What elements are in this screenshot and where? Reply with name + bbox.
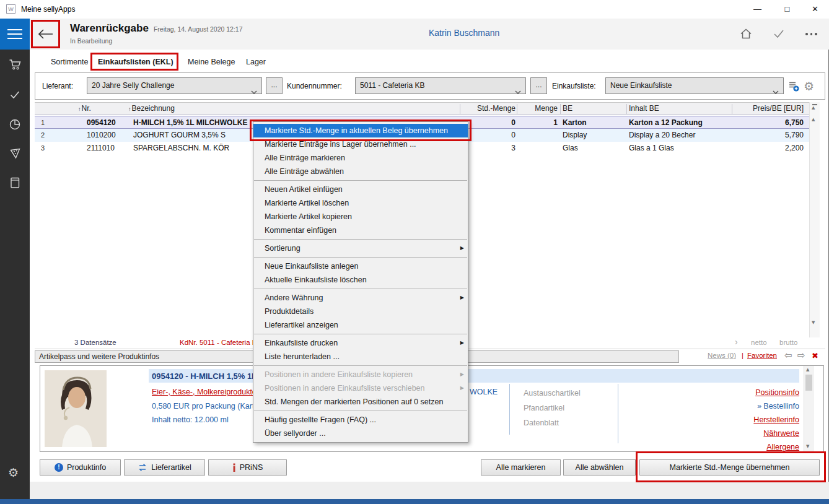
confirm-button[interactable] <box>772 27 786 42</box>
sidebar-item-statistics[interactable] <box>8 117 22 133</box>
menu-item[interactable]: Neue Einkaufsliste anlegen <box>253 259 468 273</box>
scroll-thumb[interactable] <box>805 375 812 391</box>
sidebar-item-catalog[interactable] <box>8 176 22 192</box>
menu-item[interactable]: Neuen Artikel einfügen <box>253 183 468 196</box>
menu-item[interactable]: Alle Einträge abwählen <box>253 165 468 178</box>
menu-item[interactable]: Produktdetails <box>253 305 468 318</box>
uebernehmen-button[interactable]: Markierte Std.-Menge übernehmen <box>639 459 820 476</box>
alle-abwaehlen-button[interactable]: Alle abwählen <box>563 459 636 476</box>
minimize-button[interactable]: — <box>743 0 771 19</box>
swap-icon <box>138 463 147 472</box>
menu-item[interactable]: Std. Mengen der markierten Positionen au… <box>253 395 468 409</box>
menu-item[interactable]: Liste herunterladen ... <box>253 350 468 363</box>
hamburger-menu-button[interactable] <box>0 19 30 50</box>
tab-sortimente[interactable]: Sortimente <box>51 58 88 66</box>
window-title: Meine sellyApps <box>21 5 75 14</box>
menu-item[interactable]: Markierte Einträge ins Lager übernehmen … <box>253 137 468 151</box>
column-header-std-menge[interactable]: Std.-Menge <box>462 104 515 113</box>
menu-item[interactable]: Positionen in andere Einkaufsliste kopie… <box>253 368 468 381</box>
lieferant-more-button[interactable]: ... <box>266 77 283 94</box>
menu-separator <box>254 334 467 334</box>
product-content: Inhalt netto: 12.000 ml <box>152 415 229 424</box>
menu-item[interactable]: Kommentar einfügen <box>253 224 468 237</box>
sidebar-item-food[interactable] <box>8 146 22 162</box>
titlebar: W Meine sellyApps — □ ✕ <box>0 0 829 19</box>
menu-item[interactable]: Sortierung▶ <box>253 241 468 255</box>
tab-lager[interactable]: Lager <box>246 58 266 66</box>
sidebar-item-cart[interactable] <box>8 58 22 74</box>
info-icon: ! <box>55 463 63 472</box>
product-price: 0,580 EUR pro Packung (Karton <box>152 402 263 411</box>
maximize-button[interactable]: □ <box>773 0 801 19</box>
sort-arrow-icon: ↑ <box>128 106 131 112</box>
user-name[interactable]: Katrin Buschmann <box>429 28 499 38</box>
close-button[interactable]: ✕ <box>801 0 829 19</box>
sidebar-settings-button[interactable]: ⚙ <box>8 466 19 479</box>
lieferartikel-button[interactable]: Lieferartikel <box>124 459 205 476</box>
hscroll-right-icon[interactable]: › <box>735 337 738 347</box>
prins-button[interactable]: PRiNS <box>208 459 287 476</box>
close-panel-icon[interactable]: ✖ <box>812 351 818 360</box>
menu-item[interactable]: Markierte Artikel kopieren <box>253 210 468 224</box>
produktinfo-button[interactable]: ! Produktinfo <box>40 459 121 476</box>
menu-item[interactable]: Markierte Std.-Menge in aktuellen Beleg … <box>253 124 468 137</box>
product-info-link[interactable]: Allergene <box>644 440 799 454</box>
table-cell-preis: 6,750 <box>735 116 804 129</box>
product-tab-link[interactable]: Pfandartikel <box>524 401 581 415</box>
column-header-nr[interactable]: ↑Nr. <box>78 104 91 113</box>
category-link[interactable]: Eier-, Käse-, Molkereiprodukte <box>152 388 257 396</box>
prev-arrow-icon[interactable]: ⇦ <box>784 350 792 361</box>
menu-separator <box>254 257 467 258</box>
menu-item[interactable]: Einkaufsliste drucken▶ <box>253 336 468 350</box>
home-icon <box>739 26 753 41</box>
home-button[interactable] <box>739 26 753 43</box>
brutto-toggle[interactable]: brutto <box>779 339 797 346</box>
lieferant-dropdown[interactable]: 20 Jahre Selly Challenge <box>87 77 262 94</box>
column-header-preis[interactable]: Preis/BE [EUR] <box>735 104 804 113</box>
menu-item[interactable]: Aktuelle Einkaufsliste löschen <box>253 273 468 287</box>
footer-strip <box>0 482 829 499</box>
menu-item[interactable]: Lieferartikel anzeigen <box>253 318 468 332</box>
menu-item[interactable]: Häufig gestellte Fragen (FAQ) ... <box>253 413 468 427</box>
table-cell-std: 3 <box>462 142 515 155</box>
product-info-link[interactable]: Positionsinfo <box>644 386 799 399</box>
bottom-bar <box>0 499 829 504</box>
list-settings-button[interactable]: ⚙ <box>804 79 814 93</box>
column-header-be[interactable]: BE <box>563 104 572 113</box>
menu-item[interactable]: Andere Währung▶ <box>253 291 468 305</box>
product-info-link[interactable]: Herstellerinfo <box>644 413 799 427</box>
table-scrollbar[interactable]: ▲ ▲ ▼ <box>809 102 820 337</box>
sidebar-item-tasks[interactable] <box>8 88 22 104</box>
table-cell-preis: 5,790 <box>735 129 804 142</box>
product-info-link[interactable]: Nährwerte <box>644 427 799 440</box>
menu-item[interactable]: Markierte Artikel löschen <box>253 196 468 210</box>
news-link[interactable]: News (0) <box>708 352 736 359</box>
column-header-inhalt-be[interactable]: Inhalt BE <box>629 104 659 113</box>
kundennummer-dropdown[interactable]: 5011 - Cafeteria KB <box>355 77 526 94</box>
einkaufsliste-dropdown[interactable]: Neue Einkaufsliste <box>605 77 784 94</box>
next-arrow-icon[interactable]: ⇨ <box>797 350 805 361</box>
menu-item[interactable]: Über sellyorder ... <box>253 427 468 440</box>
product-tab-link[interactable]: Austauschartikel <box>524 386 581 401</box>
new-list-button[interactable] <box>787 80 800 95</box>
scroll-down-icon: ▼ <box>812 320 815 325</box>
menu-item[interactable]: Alle Einträge markieren <box>253 151 468 165</box>
menu-separator <box>254 239 467 240</box>
tab-einkaufslisten[interactable]: Einkaufslisten (EKL) <box>98 58 173 66</box>
scroll-up-icon: ▲ <box>812 117 815 122</box>
panel-scrollbar[interactable]: ▲ ▼ <box>804 366 814 451</box>
product-info-link[interactable]: » Bestellinfo <box>644 399 799 413</box>
menu-item[interactable]: Positionen in andere Einkaufsliste versc… <box>253 381 468 395</box>
tab-meine-belege[interactable]: Meine Belege <box>188 58 235 66</box>
page-datetime: Freitag, 14. August 2020 12:17 <box>154 25 243 33</box>
column-header-bezeichnung[interactable]: ↑Bezeichnung <box>128 104 175 113</box>
back-button[interactable] <box>36 27 55 43</box>
favoriten-link[interactable]: Favoriten <box>747 352 777 359</box>
column-header-menge[interactable]: Menge <box>518 104 558 113</box>
more-options-button[interactable] <box>805 33 817 35</box>
product-tab-link[interactable]: Datenblatt <box>524 415 581 430</box>
alle-markieren-button[interactable]: Alle markieren <box>481 459 561 476</box>
netto-toggle[interactable]: netto <box>751 339 767 346</box>
kundennummer-more-button[interactable]: ... <box>530 77 547 94</box>
page-status: In Bearbeitung <box>70 37 112 45</box>
